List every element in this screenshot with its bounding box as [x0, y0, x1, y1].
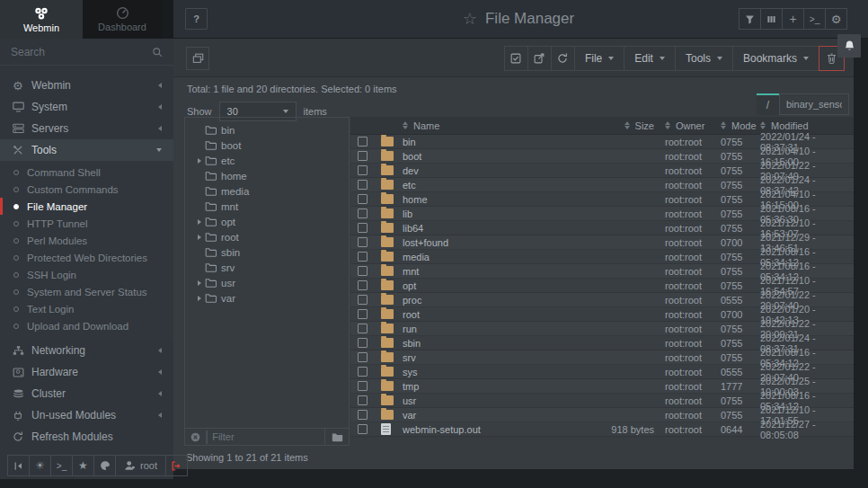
edit-menu-button[interactable]: Edit: [624, 46, 676, 71]
cell-name[interactable]: bin: [403, 137, 597, 147]
sidebar-item-webmin[interactable]: ⚙Webmin: [0, 75, 173, 96]
header-modified[interactable]: Modified: [760, 120, 854, 131]
bookmarks-menu-button[interactable]: Bookmarks: [732, 46, 819, 71]
row-checkbox[interactable]: [358, 237, 368, 247]
cell-name[interactable]: lib: [403, 209, 597, 219]
cell-name[interactable]: proc: [403, 295, 597, 306]
favorites-button[interactable]: ★: [72, 455, 94, 476]
row-checkbox[interactable]: [358, 266, 368, 276]
sidebar-subitem-upload-and-download[interactable]: Upload and Download: [0, 317, 173, 334]
sidebar-item-networking[interactable]: Networking: [0, 340, 173, 361]
tree-item-boot[interactable]: boot: [185, 138, 349, 153]
tab-webmin[interactable]: Webmin: [0, 0, 83, 39]
sidebar-item-refresh-modules[interactable]: Refresh Modules: [0, 426, 173, 448]
expand-arrow-icon[interactable]: [193, 296, 205, 301]
row-checkbox[interactable]: [358, 223, 368, 233]
path-search-input[interactable]: [779, 93, 849, 115]
cell-name[interactable]: sbin: [403, 338, 597, 349]
row-checkbox[interactable]: [358, 295, 368, 305]
row-checkbox[interactable]: [358, 367, 368, 377]
tab-dashboard[interactable]: Dashboard: [83, 0, 162, 39]
sidebar-subitem-http-tunnel[interactable]: HTTP Tunnel: [0, 215, 173, 232]
collapse-sidebar-button[interactable]: [7, 455, 30, 476]
tools-menu-button[interactable]: Tools: [675, 46, 733, 71]
settings-button[interactable]: ⚙: [825, 8, 847, 30]
row-checkbox[interactable]: [358, 137, 368, 146]
cell-name[interactable]: lib64: [403, 223, 597, 234]
row-checkbox[interactable]: [358, 395, 368, 405]
tree-folder-button[interactable]: [324, 429, 343, 445]
cell-name[interactable]: tmp: [403, 381, 597, 392]
row-checkbox[interactable]: [358, 252, 368, 262]
favorite-star-icon[interactable]: ☆: [463, 9, 477, 29]
file-menu-button[interactable]: File: [574, 46, 624, 71]
tree-item-opt[interactable]: opt: [185, 214, 349, 229]
sidebar-item-hardware[interactable]: Hardware: [0, 361, 173, 383]
cell-name[interactable]: sys: [403, 367, 597, 377]
tree-item-mnt[interactable]: mnt: [185, 199, 349, 214]
table-row-webmin-setup-out[interactable]: webmin-setup.out918 bytesroot:root064420…: [350, 422, 854, 437]
cell-name[interactable]: run: [403, 324, 597, 334]
row-checkbox[interactable]: [358, 165, 368, 175]
cell-name[interactable]: root: [403, 309, 597, 320]
cell-name[interactable]: usr: [403, 395, 597, 406]
expand-arrow-icon[interactable]: [193, 158, 205, 164]
columns-button[interactable]: [760, 8, 783, 30]
row-checkbox[interactable]: [358, 209, 368, 218]
cell-name[interactable]: boot: [403, 151, 597, 162]
user-button[interactable]: root: [115, 455, 166, 476]
cell-name[interactable]: opt: [403, 280, 597, 291]
cell-name[interactable]: media: [403, 252, 597, 262]
cell-name[interactable]: dev: [403, 165, 597, 176]
sidebar-item-servers[interactable]: Servers: [0, 118, 173, 139]
row-checkbox[interactable]: [358, 180, 368, 190]
sidebar-subitem-file-manager[interactable]: File Manager: [0, 198, 173, 215]
header-size[interactable]: Size: [597, 120, 660, 131]
cell-name[interactable]: etc: [403, 180, 597, 191]
row-checkbox[interactable]: [358, 280, 368, 290]
sidebar-item-tools[interactable]: Tools: [0, 139, 173, 161]
sidebar-subitem-perl-modules[interactable]: Perl Modules: [0, 232, 173, 249]
tree-item-usr[interactable]: usr: [185, 275, 349, 290]
expand-arrow-icon[interactable]: [193, 235, 205, 240]
logout-button[interactable]: [165, 455, 188, 476]
clear-filter-icon[interactable]: [190, 432, 200, 442]
tree-filter-input[interactable]: [212, 431, 321, 442]
expand-arrow-icon[interactable]: [193, 219, 205, 225]
sidebar-subitem-ssh-login[interactable]: SSH Login: [0, 266, 173, 283]
expand-arrow-icon[interactable]: [193, 280, 205, 286]
cell-name[interactable]: mnt: [403, 266, 597, 277]
share-button[interactable]: [527, 46, 552, 71]
sidebar-item-un-used-modules[interactable]: Un-used Modules: [0, 404, 173, 426]
tree-item-bin[interactable]: bin: [185, 122, 349, 138]
tree-item-sbin[interactable]: sbin: [185, 244, 349, 260]
select-view-button[interactable]: [186, 47, 209, 70]
header-owner[interactable]: Owner: [660, 120, 721, 131]
sidebar-subitem-command-shell[interactable]: Command Shell: [0, 164, 173, 181]
tree-item-var[interactable]: var: [185, 290, 349, 306]
select-all-button[interactable]: [504, 46, 528, 71]
sidebar-subitem-custom-commands[interactable]: Custom Commands: [0, 181, 173, 198]
tree-item-home[interactable]: home: [185, 168, 349, 183]
cell-name[interactable]: webmin-setup.out: [403, 424, 597, 435]
theme-palette-button[interactable]: [93, 455, 116, 476]
cell-name[interactable]: home: [403, 194, 597, 205]
row-checkbox[interactable]: [358, 151, 368, 161]
cell-name[interactable]: lost+found: [403, 237, 597, 248]
sidebar-item-cluster[interactable]: Cluster: [0, 383, 173, 404]
header-mode[interactable]: Mode: [721, 120, 760, 131]
sidebar-subitem-system-and-server-status[interactable]: System and Server Status: [0, 283, 173, 300]
shell-button[interactable]: >_: [50, 455, 73, 476]
refresh-button[interactable]: [551, 46, 575, 71]
breadcrumb-root[interactable]: /: [757, 93, 779, 115]
tree-item-etc[interactable]: etc: [185, 153, 349, 168]
row-checkbox[interactable]: [358, 410, 368, 420]
row-checkbox[interactable]: [358, 352, 368, 362]
row-checkbox[interactable]: [358, 194, 368, 204]
filter-button[interactable]: [739, 8, 761, 30]
tree-item-srv[interactable]: srv: [185, 260, 349, 275]
row-checkbox[interactable]: [358, 309, 368, 319]
sidebar-item-system[interactable]: System: [0, 96, 173, 118]
header-name[interactable]: Name: [403, 120, 597, 131]
cell-name[interactable]: srv: [403, 352, 597, 363]
